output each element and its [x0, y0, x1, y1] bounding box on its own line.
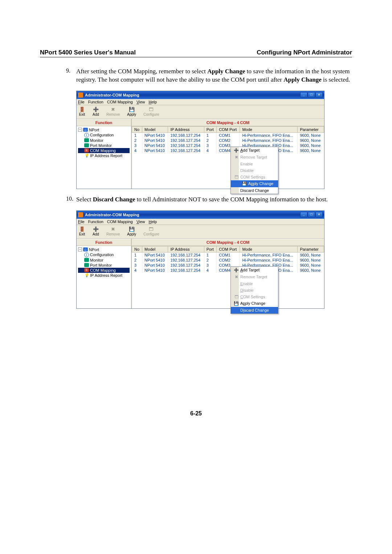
maximize-button[interactable]: □	[308, 92, 315, 98]
table-row[interactable]: 1NPort 5410192.168.127.2541COM1Hi-Perfor…	[132, 252, 324, 258]
step-10-frag-a: Select	[76, 196, 93, 203]
tree-root[interactable]: −⌂NPort	[78, 247, 130, 252]
function-header-2: Function	[77, 239, 131, 246]
collapse-icon[interactable]: −	[78, 247, 82, 251]
titlebar-2: Administrator-COM Mapping _ □ ×	[77, 211, 324, 219]
table-row[interactable]: 3NPort 5410192.168.127.2543COM3Hi-Perfor…	[132, 263, 324, 268]
col-ip[interactable]: IP Address	[168, 126, 204, 132]
menu-view[interactable]: View	[136, 100, 145, 104]
ctx-remove-target: ✖Remove Target	[239, 274, 278, 280]
close-button[interactable]: ×	[315, 92, 323, 98]
col-param[interactable]: Parameter	[298, 126, 324, 132]
menu-view[interactable]: View	[136, 219, 145, 224]
col-port[interactable]: Port	[204, 126, 216, 132]
col-port[interactable]: Port	[204, 246, 216, 252]
menu-help[interactable]: Help	[149, 100, 157, 104]
window-buttons-2: _ □ ×	[300, 212, 323, 218]
menu-file[interactable]: File	[78, 219, 85, 224]
tree-port-monitor[interactable]: Port Monitor	[78, 143, 130, 148]
minimize-button[interactable]: _	[300, 212, 307, 218]
apply-icon: 💾	[128, 226, 135, 232]
toolbar-add[interactable]: ➕Add	[93, 107, 99, 116]
ctx-disable: Disable	[239, 167, 278, 174]
toolbar-exit[interactable]: 🚪Exit	[79, 226, 85, 236]
toolbar-exit[interactable]: 🚪Exit	[79, 107, 85, 116]
table-row[interactable]: 2NPort 5410192.168.127.2542COM2Hi-Perfor…	[132, 138, 324, 143]
toolbar-add[interactable]: ➕Add	[93, 226, 99, 236]
col-mode[interactable]: Mode	[240, 246, 298, 252]
ctx-enable: Enable	[239, 280, 278, 287]
menu-com-mapping[interactable]: COM Mapping	[107, 219, 133, 224]
toolbar-apply[interactable]: 💾Apply	[127, 226, 136, 236]
close-button[interactable]: ×	[315, 212, 323, 218]
info-icon: i	[84, 253, 89, 257]
col-no[interactable]: No	[132, 126, 142, 132]
col-comport[interactable]: COM Port	[217, 246, 240, 252]
minimize-button[interactable]: _	[300, 92, 307, 98]
ctx-add-target[interactable]: ➕Add Target	[239, 147, 278, 154]
col-model[interactable]: Model	[142, 246, 168, 252]
tree-configuration[interactable]: iConfiguration	[78, 252, 130, 258]
tree-ip-report[interactable]: 💡IP Address Report	[78, 153, 130, 158]
col-ip[interactable]: IP Address	[168, 246, 204, 252]
apply-change-icon: 💾	[232, 301, 240, 306]
table-row[interactable]: 3NPort 5410192.168.127.2543COM3Hi-Perfor…	[132, 143, 324, 148]
app-icon	[78, 93, 83, 98]
tree-com-mapping[interactable]: ⎘COM Mapping	[78, 268, 130, 273]
toolbar-apply[interactable]: 💾Apply	[127, 107, 136, 116]
remove-target-icon: ✖	[232, 155, 240, 160]
col-mode[interactable]: Mode	[240, 126, 298, 132]
tree-ip-report[interactable]: 💡IP Address Report	[78, 273, 130, 278]
tree-monitor[interactable]: Monitor	[78, 138, 130, 143]
toolbar-2: 🚪Exit ➕Add ✖Remove 💾Apply 🗔Configure	[77, 225, 324, 239]
menubar: File Function COM Mapping View Help	[77, 99, 324, 105]
main-panel: COM Mapping - 4 COM No Model IP Address …	[132, 119, 324, 189]
monitor-icon	[84, 258, 89, 262]
tree-root[interactable]: −⌂NPort	[78, 127, 130, 132]
step-9-number: 9.	[66, 67, 76, 88]
window-buttons: _ □ ×	[300, 92, 323, 98]
table-row[interactable]: 2NPort 5410192.168.127.2542COM2Hi-Perfor…	[132, 258, 324, 263]
ctx-apply-change[interactable]: 💾Apply Change	[239, 300, 278, 307]
col-param[interactable]: Parameter	[298, 246, 324, 252]
remove-icon: ✖	[110, 107, 117, 112]
main-header: COM Mapping - 4 COM	[132, 119, 324, 126]
context-menu-2: ➕Add Target ✖Remove Target Enable Disabl…	[230, 266, 278, 314]
nport-icon: ⌂	[83, 247, 88, 251]
col-model[interactable]: Model	[142, 126, 168, 132]
tree-port-monitor[interactable]: Port Monitor	[78, 263, 130, 268]
menu-help[interactable]: Help	[149, 219, 157, 224]
menu-function[interactable]: Function	[88, 219, 103, 224]
ctx-discard-change[interactable]: Discard Change	[231, 307, 278, 313]
menu-function[interactable]: Function	[88, 100, 103, 104]
ctx-apply-change[interactable]: 💾Apply Change	[231, 180, 278, 187]
col-no[interactable]: No	[132, 246, 142, 252]
table-row[interactable]: 1NPort 5410192.168.127.2541COM1Hi-Perfor…	[132, 132, 324, 138]
table-row[interactable]: 4NPort 5410192.168.127.2544COM4Hi-Perfor…	[132, 148, 324, 153]
remove-icon: ✖	[110, 226, 117, 232]
main-header-2: COM Mapping - 4 COM	[132, 239, 324, 246]
tree-configuration[interactable]: iConfiguration	[78, 132, 130, 138]
table-row[interactable]: 4NPort 5410192.168.127.2544COM4Hi-Perfor…	[132, 268, 324, 273]
step-9-frag-a: After setting the COM Mapping, remember …	[76, 68, 207, 75]
menu-com-mapping[interactable]: COM Mapping	[107, 100, 133, 104]
monitor-icon	[84, 138, 89, 142]
maximize-button[interactable]: □	[308, 212, 315, 218]
add-target-icon: ➕	[232, 268, 240, 272]
col-comport[interactable]: COM Port	[217, 126, 240, 132]
add-icon: ➕	[93, 107, 99, 112]
ctx-add-target[interactable]: ➕Add Target	[239, 267, 278, 274]
function-header: Function	[77, 119, 131, 126]
configure-icon: 🗔	[148, 107, 155, 112]
tree-monitor[interactable]: Monitor	[78, 258, 130, 263]
ctx-disable: Disable	[239, 287, 278, 294]
menu-file[interactable]: File	[78, 100, 85, 104]
exit-icon: 🚪	[79, 107, 85, 112]
step-10-text: Select Discard Change to tell Administra…	[76, 196, 352, 204]
ctx-discard-change[interactable]: Discard Change	[239, 187, 278, 194]
tree-com-mapping[interactable]: ⎘COM Mapping	[78, 148, 130, 153]
port-monitor-icon	[84, 263, 89, 267]
collapse-icon[interactable]: −	[78, 128, 82, 132]
app-icon	[78, 212, 83, 217]
screenshot-1: Administrator-COM Mapping _ □ × File Fun…	[76, 91, 324, 189]
